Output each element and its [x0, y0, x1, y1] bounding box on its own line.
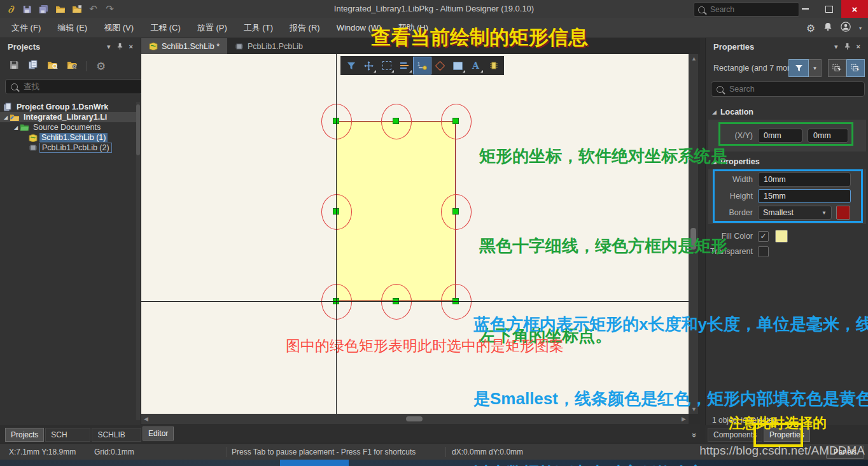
menu-tools[interactable]: 工具 (T) — [244, 22, 273, 34]
tree-item-project-group[interactable]: Project Group 1.DsnWrk — [0, 102, 136, 112]
select-overlapping-button[interactable] — [828, 59, 846, 77]
scroll-down-icon[interactable]: ▼ — [691, 406, 697, 413]
move-icon[interactable] — [360, 57, 377, 74]
menu-window[interactable]: Window (W) — [337, 23, 382, 32]
location-section-header[interactable]: ◢ Location — [706, 106, 868, 118]
panels-button[interactable]: Panels — [826, 446, 864, 459]
tab-sch-library[interactable]: SCH Library — [45, 428, 90, 442]
notifications-bell-icon[interactable] — [823, 22, 832, 34]
tree-item-pcblib[interactable]: PcbLib1.PcbLib (2) — [0, 143, 136, 153]
panel-pin-icon[interactable] — [844, 43, 850, 51]
properties-section-header[interactable]: ◢ Properties — [706, 155, 868, 168]
undo-icon[interactable]: ↶ — [88, 4, 99, 15]
menu-reports[interactable]: 报告 (R) — [290, 22, 320, 34]
user-avatar-icon[interactable] — [841, 22, 851, 34]
tab-editor[interactable]: Editor — [143, 427, 174, 441]
border-color-swatch[interactable] — [836, 206, 850, 220]
place-rectangle-icon[interactable] — [449, 57, 466, 74]
border-width-dropdown[interactable]: Smallest ▼ — [758, 206, 832, 220]
select-touching-button[interactable] — [846, 59, 865, 77]
annotation-circle — [441, 194, 472, 230]
menu-place[interactable]: 放置 (P) — [197, 22, 227, 34]
doc-tab-schlib[interactable]: Schlib1.SchLib * — [141, 38, 227, 54]
maximize-button[interactable] — [817, 0, 841, 18]
scroll-up-icon[interactable]: ▲ — [691, 55, 697, 62]
width-field[interactable] — [758, 173, 851, 187]
panel-close-icon[interactable]: × — [857, 43, 860, 50]
left-panel-tabs: Projects SCH Library SCHLIB Filter — [0, 425, 141, 443]
save-all-icon[interactable] — [38, 4, 49, 15]
settings-gear-icon[interactable]: ⚙ — [806, 22, 815, 34]
scroll-left-icon[interactable]: ◀ — [144, 416, 148, 422]
menu-help[interactable]: 帮助 (H) — [398, 22, 428, 34]
fill-color-swatch[interactable] — [775, 230, 788, 243]
tab-schlib-filter[interactable]: SCHLIB Filter — [92, 428, 141, 442]
projects-scrollbar[interactable] — [136, 102, 140, 420]
tab-properties[interactable]: Properties — [764, 428, 810, 442]
fill-color-checkbox[interactable]: ✓ — [758, 231, 769, 242]
schematic-canvas[interactable]: 1 A — [141, 54, 689, 414]
projects-search-input[interactable] — [22, 81, 137, 92]
tree-item-source-documents[interactable]: ◢ Source Documents — [0, 122, 136, 132]
border-width-value: Smallest — [763, 208, 794, 217]
projects-panel-header: Projects ▾ × — [0, 38, 141, 55]
transparent-checkbox[interactable] — [758, 246, 769, 257]
scroll-right-icon[interactable]: ▶ — [682, 416, 686, 422]
projects-search[interactable] — [5, 79, 143, 94]
object-filter-button[interactable]: ▼ — [788, 59, 822, 77]
save-project-icon[interactable] — [9, 60, 19, 73]
x-position-field[interactable] — [758, 129, 802, 143]
save-icon[interactable] — [22, 4, 32, 15]
titlebar-search-input[interactable] — [709, 4, 781, 15]
menu-file[interactable]: 文件 (F) — [11, 22, 41, 34]
place-text-icon[interactable]: A — [467, 57, 484, 74]
properties-search[interactable] — [711, 81, 865, 97]
place-ieee-symbol-icon[interactable] — [431, 57, 449, 74]
open-document-icon[interactable] — [71, 4, 82, 15]
expand-arrow-icon[interactable]: ◢ — [13, 125, 19, 131]
user-menu-caret-icon[interactable]: ▾ — [859, 25, 862, 31]
menu-bar: 文件 (F) 编辑 (E) 视图 (V) 工程 (C) 放置 (P) 工具 (T… — [0, 18, 868, 38]
taskbar-strip — [0, 460, 868, 466]
panel-pin-icon[interactable] — [117, 43, 123, 51]
pcblib-document-icon — [29, 144, 38, 152]
tree-item-library[interactable]: ◢ Integrated_Library1.Li — [0, 112, 136, 122]
align-icon[interactable] — [396, 57, 413, 74]
compile-documents-icon[interactable] — [28, 60, 38, 73]
place-part-icon[interactable] — [485, 57, 502, 74]
panel-close-icon[interactable]: × — [129, 43, 133, 50]
doc-tab-pcblib[interactable]: PcbLib1.PcbLib — [227, 38, 311, 54]
select-area-icon[interactable] — [378, 57, 395, 74]
filter-funnel-icon[interactable] — [788, 59, 809, 77]
collapse-chevrons-icon[interactable]: » — [690, 433, 699, 437]
close-button[interactable]: × — [841, 0, 868, 18]
open-folder-icon[interactable] — [55, 4, 66, 15]
properties-panel: Properties ▾ × Rectangle (and 7 more) ▼ — [705, 38, 868, 425]
height-field[interactable] — [758, 189, 851, 203]
search-icon — [11, 83, 18, 90]
menu-view[interactable]: 视图 (V) — [104, 22, 134, 34]
document-tab-bar: Schlib1.SchLib * PcbLib1.PcbLib — [141, 38, 700, 54]
tree-item-schlib[interactable]: Schlib1.SchLib (1) — [0, 132, 136, 143]
project-options-folder-icon[interactable] — [67, 60, 78, 72]
properties-search-input[interactable] — [728, 84, 859, 94]
minimize-button[interactable] — [793, 0, 817, 18]
place-pin-icon[interactable]: 1 — [414, 57, 431, 74]
panel-menu-caret-icon[interactable]: ▾ — [834, 43, 838, 51]
tab-components[interactable]: Components — [708, 428, 762, 442]
filter-dropdown-caret-icon[interactable]: ▼ — [809, 59, 822, 77]
tab-projects[interactable]: Projects — [5, 428, 44, 442]
menu-edit[interactable]: 编辑 (E) — [57, 22, 87, 34]
panel-menu-caret-icon[interactable]: ▾ — [107, 43, 111, 51]
y-position-field[interactable] — [808, 129, 848, 143]
editor-vertical-scrollbar[interactable]: ▲ ▼ — [689, 54, 698, 414]
redo-icon[interactable]: ↷ — [104, 4, 115, 15]
projects-settings-gear-icon[interactable]: ⚙ — [96, 60, 106, 73]
editor-horizontal-scrollbar[interactable]: ◀ ▶ — [141, 414, 689, 424]
drawn-rectangle[interactable] — [336, 121, 456, 301]
titlebar-search[interactable] — [694, 3, 799, 17]
filter-icon[interactable] — [342, 57, 360, 74]
menu-project[interactable]: 工程 (C) — [150, 22, 181, 34]
explore-folder-icon[interactable] — [47, 60, 58, 72]
expand-arrow-icon[interactable]: ◢ — [3, 115, 9, 120]
